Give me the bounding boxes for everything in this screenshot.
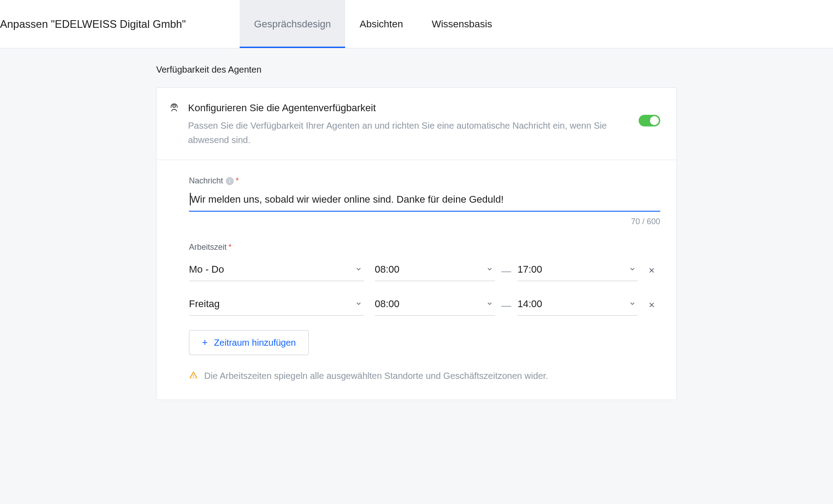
hours-label-text: Arbeitszeit bbox=[189, 243, 227, 252]
message-input[interactable] bbox=[189, 192, 660, 212]
tab-conversation-design[interactable]: Gesprächsdesign bbox=[240, 0, 345, 48]
chevron-down-icon bbox=[355, 265, 362, 274]
start-time-value: 08:00 bbox=[375, 298, 399, 309]
chevron-down-icon bbox=[629, 300, 636, 309]
chevron-down-icon bbox=[629, 265, 636, 274]
hours-row: Mo - Do 08:00 — 17:00 bbox=[189, 261, 660, 281]
availability-card: Konfigurieren Sie die Agentenverfügbarke… bbox=[156, 87, 677, 400]
remove-row-button[interactable] bbox=[648, 301, 656, 311]
card-body: Nachricht i * 70 / 600 Arbeitszeit* Mo -… bbox=[157, 160, 676, 400]
tabs: Gesprächsdesign Absichten Wissensbasis bbox=[240, 0, 506, 48]
start-time-select[interactable]: 08:00 bbox=[375, 295, 495, 316]
tab-label: Gesprächsdesign bbox=[254, 18, 331, 30]
plus-icon: + bbox=[202, 337, 208, 348]
time-dash: — bbox=[501, 265, 511, 277]
card-header: Konfigurieren Sie die Agentenverfügbarke… bbox=[157, 88, 676, 160]
day-select[interactable]: Mo - Do bbox=[189, 261, 364, 281]
warning-icon bbox=[189, 370, 198, 382]
end-time-value: 17:00 bbox=[517, 264, 542, 275]
required-mark: * bbox=[228, 243, 232, 252]
card-header-text: Konfigurieren Sie die Agentenverfügbarke… bbox=[188, 102, 630, 147]
tab-label: Absichten bbox=[360, 18, 403, 30]
section-title: Verfügbarkeit des Agenten bbox=[156, 65, 677, 75]
message-label: Nachricht i * bbox=[189, 176, 660, 186]
time-dash: — bbox=[501, 300, 511, 312]
hours-label: Arbeitszeit* bbox=[189, 243, 660, 252]
tab-label: Wissensbasis bbox=[432, 18, 492, 30]
chevron-down-icon bbox=[486, 265, 493, 274]
toggle-knob bbox=[650, 116, 659, 125]
card-subtitle: Passen Sie die Verfügbarkeit Ihrer Agent… bbox=[188, 118, 630, 147]
svg-point-0 bbox=[173, 104, 175, 107]
start-time-value: 08:00 bbox=[375, 264, 399, 275]
text-cursor bbox=[190, 193, 191, 205]
tab-intents[interactable]: Absichten bbox=[345, 0, 417, 48]
headset-icon bbox=[169, 103, 179, 115]
hours-row: Freitag 08:00 — 14:00 bbox=[189, 295, 660, 316]
add-period-label: Zeitraum hinzufügen bbox=[214, 338, 296, 348]
message-input-wrap bbox=[189, 192, 660, 212]
day-select-value: Mo - Do bbox=[189, 264, 224, 275]
end-time-select[interactable]: 14:00 bbox=[517, 295, 638, 316]
page-header: Anpassen "EDELWEISS Digital Gmbh" Gesprä… bbox=[0, 0, 833, 48]
info-icon[interactable]: i bbox=[226, 177, 234, 185]
tab-knowledge-base[interactable]: Wissensbasis bbox=[417, 0, 506, 48]
page-title: Anpassen "EDELWEISS Digital Gmbh" bbox=[0, 18, 186, 30]
start-time-select[interactable]: 08:00 bbox=[375, 261, 495, 281]
end-time-value: 14:00 bbox=[517, 298, 542, 309]
warning-text: Die Arbeitszeiten spiegeln alle ausgewäh… bbox=[204, 371, 548, 381]
char-count: 70 / 600 bbox=[189, 217, 660, 226]
required-mark: * bbox=[236, 176, 239, 186]
chevron-down-icon bbox=[486, 300, 493, 309]
warning-row: Die Arbeitszeiten spiegeln alle ausgewäh… bbox=[189, 370, 660, 382]
message-label-text: Nachricht bbox=[189, 176, 223, 186]
card-title: Konfigurieren Sie die Agentenverfügbarke… bbox=[188, 102, 630, 114]
content: Verfügbarkeit des Agenten Konfigurieren … bbox=[156, 48, 677, 400]
day-select-value: Freitag bbox=[189, 298, 219, 309]
remove-row-button[interactable] bbox=[648, 266, 656, 276]
add-period-button[interactable]: + Zeitraum hinzufügen bbox=[189, 330, 309, 355]
day-select[interactable]: Freitag bbox=[189, 295, 364, 316]
availability-toggle[interactable] bbox=[639, 115, 660, 126]
end-time-select[interactable]: 17:00 bbox=[517, 261, 638, 281]
chevron-down-icon bbox=[355, 300, 362, 309]
